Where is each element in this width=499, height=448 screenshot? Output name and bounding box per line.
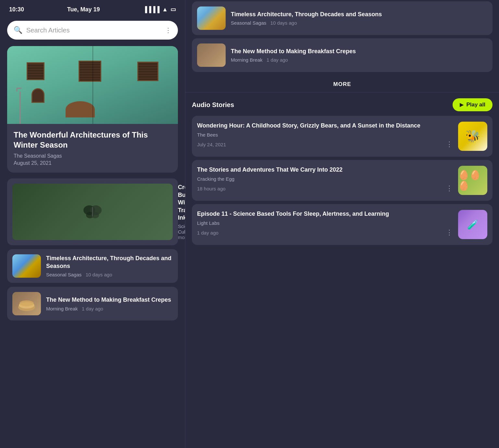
audio-item-date-row: 1 day ago ⋮	[197, 229, 453, 236]
audio-item-inner: The Stories and Adventures That We Carry…	[197, 166, 487, 195]
audio-item[interactable]: The Stories and Adventures That We Carry…	[192, 160, 493, 201]
audio-item-info: Wondering Hour: A Childhood Story, Grizz…	[197, 122, 453, 148]
top-article-item[interactable]: The New Method to Making Breakfast Crepe…	[192, 38, 493, 72]
article-thumbnail	[197, 43, 226, 67]
audio-item-inner: Episode 11 - Science Based Tools For Sle…	[197, 210, 487, 239]
window-decoration	[27, 62, 44, 80]
audio-item-source: Light Labs	[197, 220, 453, 226]
labs-thumbnail: 🧪	[458, 210, 487, 239]
article-time-ago: 10 days ago	[270, 20, 297, 26]
audio-thumbnail: 🧪	[458, 210, 487, 239]
svg-rect-4	[92, 207, 93, 217]
audio-item-title: Episode 11 - Science Based Tools For Sle…	[197, 210, 453, 218]
audio-section-title: Audio Stories	[192, 101, 234, 109]
audio-item-more-icon[interactable]: ⋮	[446, 141, 453, 148]
article-time-ago: 1 day ago	[267, 57, 288, 63]
audio-item-title: Wondering Hour: A Childhood Story, Grizz…	[197, 122, 453, 129]
crepes-icon	[17, 295, 36, 313]
article-time-value	[79, 306, 81, 311]
play-all-label: Play all	[466, 102, 485, 108]
audio-item[interactable]: Episode 11 - Science Based Tools For Sle…	[192, 204, 493, 245]
arch-right-thumb	[197, 6, 226, 30]
featured-title: The Wonderful Architectures of This Wint…	[14, 130, 171, 150]
article-list: Creating Butterflies With New Transparen…	[0, 175, 185, 448]
top-article-info: The New Method to Making Breakfast Crepe…	[231, 48, 487, 63]
article-time-ago: 1 day ago	[82, 306, 103, 311]
audio-item-inner: Wondering Hour: A Childhood Story, Grizz…	[197, 122, 487, 151]
top-article-meta: Seasonal Sagas 10 days ago	[231, 20, 487, 26]
status-date: Tue, May 19	[67, 6, 100, 13]
audio-item-source: The Bees	[197, 132, 453, 138]
lamppost	[19, 91, 21, 124]
top-articles: Timeless Architecture, Through Decades a…	[185, 0, 499, 75]
article-title: Timeless Architecture, Through Decades a…	[46, 255, 173, 270]
article-meta: Seasonal Sagas 10 days ago	[46, 272, 173, 277]
audio-item-source: Cracking the Egg	[197, 176, 453, 182]
window-arch	[31, 88, 44, 103]
status-time: 10:30	[9, 6, 24, 13]
bee-thumbnail: 🐝	[458, 122, 487, 151]
search-placeholder[interactable]: Search Articles	[26, 27, 161, 34]
article-thumbnail	[197, 6, 226, 30]
audio-item-info: Episode 11 - Science Based Tools For Sle…	[197, 210, 453, 236]
article-time-ago: 10 days ago	[86, 272, 112, 277]
audio-item-more-icon[interactable]: ⋮	[446, 229, 453, 236]
audio-item-info: The Stories and Adventures That We Carry…	[197, 166, 453, 192]
featured-image	[7, 46, 178, 124]
article-source: Morning Break	[231, 57, 263, 63]
crepes-right-thumb	[197, 43, 226, 67]
butterfly-icon	[83, 204, 102, 220]
article-thumbnail	[12, 292, 41, 315]
audio-thumbnail: 🥚🥚🥚	[458, 166, 487, 195]
arch-thumbnail	[12, 254, 41, 278]
audio-section: Audio Stories ▶ Play all Wondering Hour:…	[185, 92, 499, 448]
audio-header: Audio Stories ▶ Play all	[192, 98, 493, 111]
audio-item-more-icon[interactable]: ⋮	[446, 185, 453, 192]
top-article-info: Timeless Architecture, Through Decades a…	[231, 11, 487, 26]
featured-date: August 25, 2021	[14, 160, 171, 166]
article-item[interactable]: The New Method to Making Breakfast Crepe…	[7, 287, 178, 321]
right-panel: Timeless Architecture, Through Decades a…	[185, 0, 499, 448]
eggs-thumbnail: 🥚🥚🥚	[458, 166, 487, 195]
battery-icon: ▭	[170, 6, 176, 13]
top-article-title: The New Method to Making Breakfast Crepe…	[231, 48, 487, 55]
window-decoration	[137, 62, 158, 81]
article-thumbnail	[12, 254, 41, 278]
status-bar: 10:30 Tue, May 19 ▐▐▐▐ ▲ ▭	[0, 0, 185, 16]
play-all-button[interactable]: ▶ Play all	[453, 98, 493, 111]
featured-card[interactable]: The Wonderful Architectures of This Wint…	[7, 46, 178, 173]
top-article-title: Timeless Architecture, Through Decades a…	[231, 11, 487, 18]
more-button[interactable]: MORE	[333, 81, 351, 88]
wifi-icon: ▲	[162, 6, 168, 13]
audio-item-date-row: 18 hours ago ⋮	[197, 185, 453, 192]
audio-thumbnail: 🐝	[458, 122, 487, 151]
building-illustration	[7, 46, 178, 124]
status-icons: ▐▐▐▐ ▲ ▭	[143, 6, 176, 13]
more-button-row: MORE	[185, 75, 499, 92]
top-article-meta: Morning Break 1 day ago	[231, 57, 487, 63]
search-more-icon[interactable]: ⋮	[165, 26, 171, 34]
article-time-value	[83, 272, 84, 277]
article-item[interactable]: Timeless Architecture, Through Decades a…	[7, 249, 178, 283]
article-time	[268, 20, 269, 26]
search-icon: 🔍	[14, 26, 22, 34]
search-bar[interactable]: 🔍 Search Articles ⋮	[7, 21, 178, 40]
left-panel: 10:30 Tue, May 19 ▐▐▐▐ ▲ ▭ 🔍 Search Arti…	[0, 0, 185, 448]
article-item[interactable]: Creating Butterflies With New Transparen…	[7, 178, 178, 245]
audio-item[interactable]: Wondering Hour: A Childhood Story, Grizz…	[192, 116, 493, 157]
audio-item-title: The Stories and Adventures That We Carry…	[197, 166, 453, 174]
article-info: The New Method to Making Breakfast Crepe…	[46, 296, 173, 311]
signal-icon: ▐▐▐▐	[143, 6, 159, 13]
crepes-thumbnail	[12, 292, 41, 315]
svg-point-7	[19, 300, 34, 306]
article-meta: Morning Break 1 day ago	[46, 306, 173, 311]
article-time	[264, 57, 265, 63]
arch-decoration	[66, 101, 95, 117]
window-decoration	[79, 61, 101, 82]
article-title: The New Method to Making Breakfast Crepe…	[46, 296, 173, 304]
featured-card-body: The Wonderful Architectures of This Wint…	[7, 124, 178, 173]
top-article-item[interactable]: Timeless Architecture, Through Decades a…	[192, 1, 493, 35]
article-source: Seasonal Sagas	[46, 272, 81, 277]
featured-source: The Seasonal Sagas	[14, 153, 171, 159]
building-separator	[93, 46, 93, 124]
